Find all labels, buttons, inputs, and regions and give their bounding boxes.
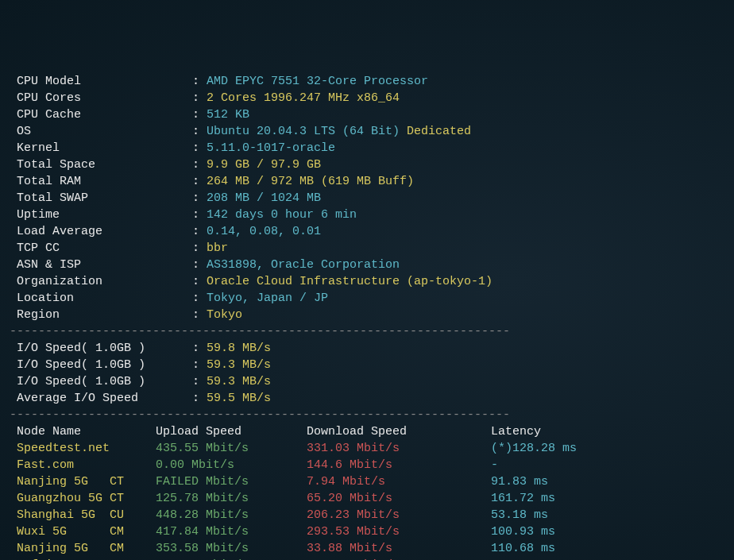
sysinfo-row: ASN & ISP: AS31898, Oracle Corporation: [10, 257, 724, 273]
net-upload: 435.55 Mbit/s: [156, 440, 307, 457]
header-download: Download Speed: [307, 423, 491, 440]
sysinfo-value: 2 Cores 1996.247 MHz x86_64: [207, 91, 400, 105]
net-node: Hefei 5G CM: [10, 557, 156, 560]
io-value: 59.8 MB/s: [207, 342, 271, 355]
net-download: 144.6 Mbit/s: [307, 457, 491, 473]
net-latency: (*)128.28 ms: [491, 440, 577, 457]
divider: ----------------------------------------…: [10, 407, 724, 423]
io-value: 59.5 MB/s: [207, 392, 271, 405]
net-row: Shanghai 5G CU448.28 Mbit/s206.23 Mbit/s…: [10, 507, 724, 523]
net-latency: 91.83 ms: [491, 473, 548, 490]
sysinfo-value: 512 KB: [207, 108, 249, 122]
io-value: 59.3 MB/s: [207, 358, 271, 372]
net-download: 273.53 Mbit/s: [307, 557, 491, 560]
sysinfo-label: Total RAM: [10, 173, 192, 190]
net-row: Fast.com0.00 Mbit/s144.6 Mbit/s-: [10, 457, 724, 473]
sysinfo-value: 5.11.0-1017-oracle: [207, 141, 335, 155]
io-value: 59.3 MB/s: [207, 375, 271, 388]
sysinfo-label: CPU Cores: [10, 90, 192, 106]
net-upload: 417.84 Mbit/s: [156, 523, 307, 540]
net-upload: 441.09 Mbit/s: [156, 557, 307, 560]
sysinfo-value: 0.14, 0.08, 0.01: [207, 225, 321, 238]
sysinfo-value: Ubuntu 20.04.3 LTS (64 Bit): [207, 125, 400, 138]
net-row: Speedtest.net435.55 Mbit/s331.03 Mbit/s(…: [10, 440, 724, 457]
sysinfo-row: Load Average: 0.14, 0.08, 0.01: [10, 223, 724, 240]
sysinfo-value: 208 MB / 1024 MB: [207, 191, 321, 205]
sysinfo-label: Kernel: [10, 140, 192, 156]
sysinfo-label: Load Average: [10, 223, 192, 240]
io-label: I/O Speed( 1.0GB ): [10, 373, 192, 390]
sysinfo-label: Location: [10, 290, 192, 307]
terminal-output: CPU Model: AMD EPYC 7551 32-Core Process…: [10, 73, 724, 560]
net-latency: 97.60 ms: [491, 557, 548, 560]
io-label: Average I/O Speed: [10, 390, 192, 407]
io-label: I/O Speed( 1.0GB ): [10, 340, 192, 357]
sysinfo-label: CPU Model: [10, 73, 192, 90]
sysinfo-row: Total SWAP: 208 MB / 1024 MB: [10, 190, 724, 207]
sysinfo-row: TCP CC: bbr: [10, 240, 724, 257]
sysinfo-row: OS: Ubuntu 20.04.3 LTS (64 Bit) Dedicate…: [10, 123, 724, 140]
net-download: 206.23 Mbit/s: [307, 507, 491, 523]
io-row: Average I/O Speed: 59.5 MB/s: [10, 390, 724, 407]
sysinfo-row: CPU Cores: 2 Cores 1996.247 MHz x86_64: [10, 90, 724, 106]
sysinfo-value: Tokyo: [207, 308, 242, 322]
sysinfo-value: 9.9 GB / 97.9 GB: [207, 158, 321, 172]
net-latency: 110.68 ms: [491, 540, 555, 557]
sysinfo-value: Tokyo, Japan / JP: [207, 292, 328, 305]
net-download: 331.03 Mbit/s: [307, 440, 491, 457]
net-download: 293.53 Mbit/s: [307, 523, 491, 540]
net-header: Node NameUpload SpeedDownload SpeedLaten…: [10, 423, 724, 440]
sysinfo-row: Kernel: 5.11.0-1017-oracle: [10, 140, 724, 156]
sysinfo-row: Organization: Oracle Cloud Infrastructur…: [10, 273, 724, 290]
net-node: Wuxi 5G CM: [10, 523, 156, 540]
io-row: I/O Speed( 1.0GB ): 59.8 MB/s: [10, 340, 724, 357]
sysinfo-value: AMD EPYC 7551 32-Core Processor: [207, 75, 428, 88]
net-latency: 100.93 ms: [491, 523, 555, 540]
net-node: Shanghai 5G CU: [10, 507, 156, 523]
net-download: 33.88 Mbit/s: [307, 540, 491, 557]
sysinfo-label: ASN & ISP: [10, 257, 192, 273]
net-upload: FAILED Mbit/s: [156, 473, 307, 490]
sysinfo-label: TCP CC: [10, 240, 192, 257]
net-upload: 448.28 Mbit/s: [156, 507, 307, 523]
net-node: Nanjing 5G CT: [10, 473, 156, 490]
header-node: Node Name: [10, 423, 156, 440]
sysinfo-value: Oracle Cloud Infrastructure (ap-tokyo-1): [207, 275, 493, 288]
sysinfo-row: CPU Cache: 512 KB: [10, 106, 724, 123]
sysinfo-label: Uptime: [10, 207, 192, 223]
io-row: I/O Speed( 1.0GB ): 59.3 MB/s: [10, 373, 724, 390]
net-node: Nanjing 5G CM: [10, 540, 156, 557]
sysinfo-row: CPU Model: AMD EPYC 7551 32-Core Process…: [10, 73, 724, 90]
net-upload: 353.58 Mbit/s: [156, 540, 307, 557]
sysinfo-value: bbr: [207, 241, 228, 255]
net-download: 65.20 Mbit/s: [307, 490, 491, 507]
sysinfo-value: AS31898, Oracle Corporation: [207, 258, 400, 272]
sysinfo-value: 264 MB / 972 MB (619 MB Buff): [207, 175, 414, 188]
sysinfo-row: Region: Tokyo: [10, 307, 724, 323]
net-latency: 53.18 ms: [491, 507, 548, 523]
divider: ----------------------------------------…: [10, 323, 724, 340]
net-node: Guangzhou 5G CT: [10, 490, 156, 507]
net-upload: 125.78 Mbit/s: [156, 490, 307, 507]
sysinfo-extra: Dedicated: [407, 125, 471, 138]
io-row: I/O Speed( 1.0GB ): 59.3 MB/s: [10, 357, 724, 373]
sysinfo-label: Total Space: [10, 156, 192, 173]
net-latency: -: [491, 457, 498, 473]
net-latency: 161.72 ms: [491, 490, 555, 507]
sysinfo-label: Region: [10, 307, 192, 323]
net-row: Guangzhou 5G CT125.78 Mbit/s65.20 Mbit/s…: [10, 490, 724, 507]
sysinfo-label: OS: [10, 123, 192, 140]
net-node: Speedtest.net: [10, 440, 156, 457]
io-label: I/O Speed( 1.0GB ): [10, 357, 192, 373]
sysinfo-row: Uptime: 142 days 0 hour 6 min: [10, 207, 724, 223]
net-row: Wuxi 5G CM417.84 Mbit/s293.53 Mbit/s100.…: [10, 523, 724, 540]
net-row: Nanjing 5G CTFAILED Mbit/s7.94 Mbit/s91.…: [10, 473, 724, 490]
sysinfo-label: CPU Cache: [10, 106, 192, 123]
sysinfo-value: 142 days 0 hour 6 min: [207, 208, 357, 222]
header-latency: Latency: [491, 423, 541, 440]
sysinfo-row: Total RAM: 264 MB / 972 MB (619 MB Buff): [10, 173, 724, 190]
net-node: Fast.com: [10, 457, 156, 473]
sysinfo-row: Location: Tokyo, Japan / JP: [10, 290, 724, 307]
net-row: Hefei 5G CM441.09 Mbit/s273.53 Mbit/s97.…: [10, 557, 724, 560]
sysinfo-row: Total Space: 9.9 GB / 97.9 GB: [10, 156, 724, 173]
